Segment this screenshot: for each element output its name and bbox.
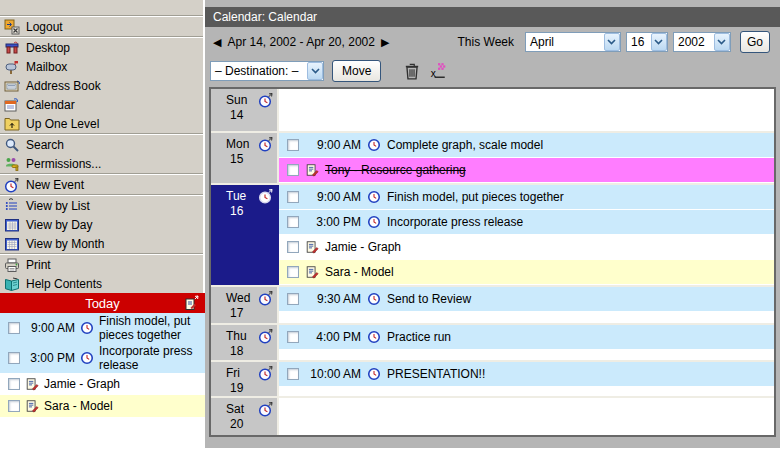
day-cell[interactable]: Sat 20 bbox=[211, 398, 279, 435]
event-checkbox[interactable] bbox=[287, 139, 299, 151]
desktop-icon bbox=[3, 40, 20, 56]
page-title: Calendar: Calendar bbox=[205, 7, 780, 27]
sidebar-menu-item-label: Search bbox=[26, 138, 64, 152]
sidebar-item-view-by-day[interactable]: View by Day bbox=[0, 215, 203, 234]
note-icon bbox=[25, 399, 39, 413]
day-events: 9:30 AM Send to Review bbox=[279, 287, 774, 323]
next-week-arrow[interactable]: ▶ bbox=[381, 36, 389, 49]
new-event-icon[interactable] bbox=[258, 365, 274, 381]
new-event-icon[interactable] bbox=[258, 290, 274, 306]
event-checkbox[interactable] bbox=[287, 331, 299, 343]
event-row[interactable]: Sara - Model bbox=[0, 395, 205, 417]
sidebar-top-spacer bbox=[0, 0, 203, 15]
event-row[interactable]: 3:00 PM Incorporate press release bbox=[0, 343, 205, 373]
day-number: 18 bbox=[214, 344, 274, 358]
sidebar-menu: Logout Desktop Mailbox Address Book Cale… bbox=[0, 0, 205, 293]
event-checkbox[interactable] bbox=[8, 322, 20, 334]
sidebar-item-search[interactable]: Search bbox=[0, 135, 203, 154]
event-checkbox[interactable] bbox=[287, 216, 299, 228]
go-button[interactable]: Go bbox=[740, 31, 770, 53]
chevron-down-icon bbox=[714, 33, 730, 51]
event-checkbox[interactable] bbox=[8, 400, 20, 412]
new-note-icon[interactable] bbox=[183, 295, 201, 311]
event-checkbox[interactable] bbox=[287, 266, 299, 278]
day-row-mon: Mon 15 9:00 AM Complete graph, scale mod… bbox=[211, 133, 774, 185]
clock-icon bbox=[367, 138, 381, 152]
event-checkbox[interactable] bbox=[287, 241, 299, 253]
sidebar-item-help-contents[interactable]: Help Contents bbox=[0, 274, 203, 293]
sidebar-item-view-by-month[interactable]: View by Month bbox=[0, 234, 203, 253]
event-checkbox[interactable] bbox=[8, 352, 20, 364]
prev-week-arrow[interactable]: ◀ bbox=[213, 36, 221, 49]
sidebar-item-up-one-level[interactable]: Up One Level bbox=[0, 114, 203, 133]
move-button[interactable]: Move bbox=[332, 60, 381, 82]
event-title: Practice run bbox=[387, 330, 451, 344]
day-cell[interactable]: Sun 14 bbox=[211, 89, 279, 131]
help-contents-icon bbox=[3, 276, 20, 292]
sidebar-item-mailbox[interactable]: Mailbox bbox=[0, 57, 203, 76]
logout-icon bbox=[3, 19, 20, 35]
event-checkbox[interactable] bbox=[287, 293, 299, 305]
day-select[interactable]: 16 bbox=[626, 32, 668, 52]
day-cell[interactable]: Tue 16 bbox=[211, 185, 279, 285]
mailbox-icon bbox=[3, 59, 20, 75]
this-week-label: This Week bbox=[458, 35, 514, 49]
event-row[interactable]: Jamie - Graph bbox=[0, 373, 205, 395]
event-row[interactable]: 10:00 AM PRESENTATION!! bbox=[279, 362, 774, 387]
day-cell[interactable]: Wed 17 bbox=[211, 287, 279, 323]
clock-icon bbox=[367, 367, 381, 381]
event-checkbox[interactable] bbox=[287, 164, 299, 176]
purge-delete-icon[interactable]: x bbox=[429, 62, 447, 80]
month-select[interactable]: April bbox=[525, 32, 621, 52]
sidebar-item-logout[interactable]: Logout bbox=[0, 17, 203, 36]
event-row[interactable]: 4:00 PM Practice run bbox=[279, 325, 774, 350]
print-icon bbox=[3, 257, 20, 273]
event-title: Complete graph, scale model bbox=[387, 138, 543, 152]
sidebar-item-calendar[interactable]: Calendar bbox=[0, 95, 203, 114]
event-row[interactable]: Sara - Model bbox=[279, 260, 774, 285]
note-icon bbox=[25, 377, 39, 391]
event-row[interactable]: 9:00 AM Finish model, put pieces togethe… bbox=[0, 313, 205, 343]
sidebar-item-new-event[interactable]: New Event bbox=[0, 175, 203, 194]
event-time: 3:00 PM bbox=[25, 351, 75, 365]
new-event-icon[interactable] bbox=[258, 401, 274, 417]
event-checkbox[interactable] bbox=[287, 368, 299, 380]
sidebar-menu-item-label: Mailbox bbox=[26, 60, 67, 74]
trash-icon[interactable] bbox=[403, 62, 421, 80]
event-row[interactable]: Jamie - Graph bbox=[279, 235, 774, 260]
day-name: Mon bbox=[214, 137, 249, 151]
new-event-icon[interactable] bbox=[258, 92, 274, 108]
sidebar-item-address-book[interactable]: Address Book bbox=[0, 76, 203, 95]
event-row[interactable]: 3:00 PM Incorporate press release bbox=[279, 210, 774, 235]
week-range-label: Apr 14, 2002 - Apr 20, 2002 bbox=[227, 35, 374, 49]
day-cell[interactable]: Mon 15 bbox=[211, 133, 279, 183]
event-row[interactable]: 9:00 AM Complete graph, scale model bbox=[279, 133, 774, 158]
day-cell[interactable]: Fri 19 bbox=[211, 362, 279, 396]
sidebar-item-desktop[interactable]: Desktop bbox=[0, 38, 203, 57]
sidebar-menu-item-label: View by Day bbox=[26, 218, 92, 232]
event-row[interactable]: 9:30 AM Send to Review bbox=[279, 287, 774, 312]
event-title: Incorporate press release bbox=[387, 215, 523, 229]
sidebar-item-permissions[interactable]: Permissions... bbox=[0, 154, 203, 173]
event-checkbox[interactable] bbox=[8, 378, 20, 390]
view-list-icon bbox=[3, 198, 20, 214]
note-icon bbox=[305, 240, 319, 254]
event-row[interactable]: 9:00 AM Finish model, put pieces togethe… bbox=[279, 185, 774, 210]
destination-select[interactable]: – Destination: – bbox=[210, 61, 324, 81]
sidebar: Logout Desktop Mailbox Address Book Cale… bbox=[0, 0, 205, 417]
year-select[interactable]: 2002 bbox=[673, 32, 731, 52]
day-cell[interactable]: Thu 18 bbox=[211, 325, 279, 360]
day-events: 9:00 AM Finish model, put pieces togethe… bbox=[279, 185, 774, 285]
event-checkbox[interactable] bbox=[287, 191, 299, 203]
day-number: 16 bbox=[214, 204, 274, 218]
new-event-icon[interactable] bbox=[258, 328, 274, 344]
day-row-fri: Fri 19 10:00 AM PRESENTATION!! bbox=[211, 362, 774, 398]
event-row[interactable]: Tony - Resource gathering bbox=[279, 158, 774, 183]
new-event-icon[interactable] bbox=[258, 136, 274, 152]
day-name: Sat bbox=[214, 402, 244, 416]
this-week-controls: This Week April 16 2002 Go bbox=[458, 31, 770, 53]
sidebar-item-view-by-list[interactable]: View by List bbox=[0, 196, 203, 215]
sidebar-item-print[interactable]: Print bbox=[0, 255, 203, 274]
event-title: PRESENTATION!! bbox=[387, 367, 485, 381]
new-event-icon[interactable] bbox=[258, 188, 274, 204]
